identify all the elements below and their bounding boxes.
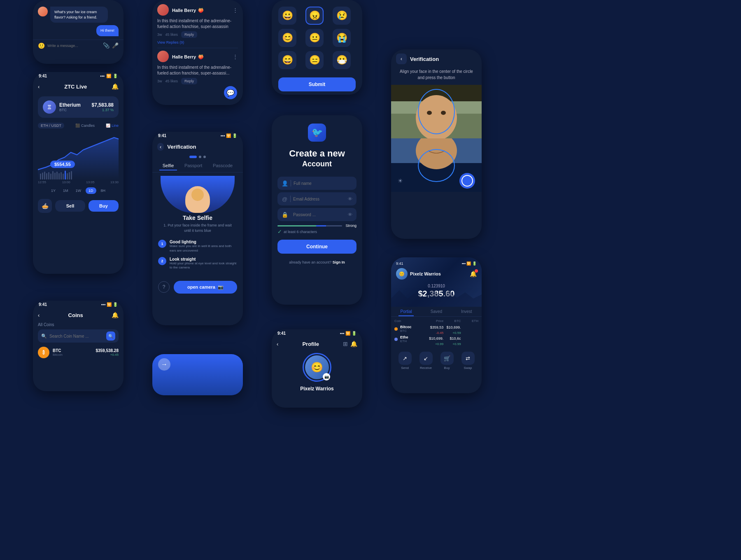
action-send[interactable]: ↗ Send xyxy=(398,352,412,370)
svg-rect-2 xyxy=(42,173,43,180)
view-replies-link[interactable]: View Replies (9) xyxy=(157,40,184,44)
email-field: @ 👁 xyxy=(277,192,357,205)
wallet-avatar: 😊 xyxy=(396,268,408,280)
btc-dot xyxy=(394,327,398,331)
svg-rect-3 xyxy=(44,172,45,180)
emoji-item-0[interactable]: 😀 xyxy=(278,7,296,25)
emoji-grid: 😀 😠 😢 😊 😐 😭 😄 😑 😷 xyxy=(272,0,362,76)
tab-saved[interactable]: Saved xyxy=(421,307,451,316)
eye-icon-2[interactable]: 👁 xyxy=(348,212,352,217)
back-icon[interactable]: ‹ xyxy=(157,143,164,151)
status-bar: 9:41 ▪▪▪ 🛜 🔋 xyxy=(33,301,124,308)
action-buttons: 🥧 Sell Buy xyxy=(33,196,124,215)
time-1w[interactable]: 1W xyxy=(73,187,84,194)
strength-label: Strong xyxy=(345,224,357,228)
bell-icon[interactable]: 🔔 xyxy=(112,312,119,318)
candles-icon[interactable]: ⬛ Candles xyxy=(75,124,95,128)
price-col: Price $359,53 -0.45 $10,699. +0.99 xyxy=(428,318,443,346)
chart-pair[interactable]: ETH / USDT xyxy=(38,123,64,128)
time-filters: 1Y 1M 1W 1D 8H xyxy=(33,185,124,196)
tab-portial[interactable]: Portial xyxy=(391,307,421,316)
time-1d[interactable]: 1D xyxy=(86,187,96,194)
eth-symbol: BTC xyxy=(59,108,89,112)
chart-tabs: ETH / USDT ⬛ Candles 📈 Line xyxy=(33,121,124,130)
line-icon[interactable]: 📈 Line xyxy=(106,124,119,128)
sell-button[interactable]: Sell xyxy=(55,200,85,212)
eye-icon[interactable]: 👁 xyxy=(348,196,352,201)
capture-button[interactable] xyxy=(459,173,475,189)
comment-user-2: Halle Berry 🍑 ⋮ xyxy=(157,51,238,62)
dot-2 xyxy=(199,156,201,158)
wallet-screen: 9:41 ▪▪▪ 🛜 🔋 😊 Pixelz Warrios 🔔 0.123910… xyxy=(391,257,482,393)
back-icon[interactable]: ‹ xyxy=(38,312,40,318)
full-name-input[interactable] xyxy=(294,181,352,186)
grid-icon[interactable]: ⊞ xyxy=(343,341,348,347)
more-icon[interactable]: ⋮ xyxy=(233,7,238,13)
field-divider-2 xyxy=(290,196,291,202)
emoji-item-4[interactable]: 😐 xyxy=(305,29,324,47)
chat-input[interactable] xyxy=(47,44,100,48)
wallet-time: 9:41 xyxy=(396,261,403,266)
emoji-item-2[interactable]: 😢 xyxy=(333,7,351,25)
comment-meta: 3w 45 likes Reply xyxy=(157,31,238,38)
wallet-user: 😊 Pixelz Warrios xyxy=(396,268,441,280)
send-icon: ↗ xyxy=(398,352,412,365)
time-1y[interactable]: 1Y xyxy=(48,187,58,194)
avatar-2 xyxy=(157,51,169,62)
more-icon-2[interactable]: ⋮ xyxy=(233,54,238,60)
reply-button-2[interactable]: Reply xyxy=(181,78,197,84)
action-buy[interactable]: 🛒 Buy xyxy=(440,352,454,370)
reply-button[interactable]: Reply xyxy=(181,31,197,38)
tab-passcode[interactable]: Passcode xyxy=(210,161,236,170)
continue-button[interactable]: Continue xyxy=(277,240,357,254)
tab-invest[interactable]: Invest xyxy=(452,307,482,316)
pie-icon[interactable]: 🥧 xyxy=(38,199,52,213)
time-1m[interactable]: 1M xyxy=(60,187,71,194)
tip-1: 1 Good lighting Make sure you are in wel… xyxy=(158,240,237,253)
help-button[interactable]: ? xyxy=(158,281,170,293)
notification-bell[interactable]: 🔔 xyxy=(470,271,477,277)
search-submit-icon[interactable]: 🔍 xyxy=(106,331,115,341)
password-input[interactable] xyxy=(293,212,345,217)
take-selfie-title: Take Selfie xyxy=(152,213,243,223)
emoji-item-5[interactable]: 😭 xyxy=(333,29,351,47)
coin-fullname: Bitcoin xyxy=(53,353,92,357)
bell-icon[interactable]: 🔔 xyxy=(350,341,357,347)
tab-selfie[interactable]: Selfie xyxy=(159,161,177,170)
sign-in-link[interactable]: Sign In xyxy=(333,260,345,264)
tab-passport[interactable]: Passport xyxy=(181,161,205,170)
meta-time-2: 3w xyxy=(157,79,162,83)
divider xyxy=(157,48,238,48)
bell-icon[interactable]: 🔔 xyxy=(112,83,119,90)
comment-text-2: In this third installment of the adrenal… xyxy=(157,65,238,76)
svg-rect-16 xyxy=(71,171,72,180)
svg-marker-0 xyxy=(38,138,119,180)
search-input[interactable] xyxy=(49,334,104,338)
back-icon[interactable]: ‹ xyxy=(38,84,40,90)
brightness-icon[interactable]: ☀ xyxy=(398,177,403,184)
emoji-item-6[interactable]: 😄 xyxy=(278,51,296,69)
emoji-item-8[interactable]: 😷 xyxy=(333,51,351,69)
field-divider xyxy=(291,180,291,187)
wallet-title: ZTC Live xyxy=(64,84,87,90)
action-receive[interactable]: ↙ Receive xyxy=(419,352,433,370)
mic-icon[interactable]: 🎤 xyxy=(112,42,119,49)
svg-rect-14 xyxy=(67,173,68,180)
back-button[interactable]: ‹ xyxy=(396,54,407,64)
emoji-item-1[interactable]: 😠 xyxy=(305,7,324,25)
time-8h[interactable]: 8H xyxy=(98,187,109,194)
submit-button[interactable]: Submit xyxy=(278,77,356,91)
attach-icon[interactable]: 📎 xyxy=(103,42,110,49)
email-input[interactable] xyxy=(293,197,345,201)
camera-icon[interactable]: 📷 xyxy=(323,373,330,380)
open-camera-button[interactable]: open camera 📷 xyxy=(174,281,237,294)
fab-button[interactable]: 💬 xyxy=(224,86,237,99)
emoji-item-7[interactable]: 😑 xyxy=(305,51,324,69)
btc-chg-0: +0.59 xyxy=(445,331,461,335)
action-swap[interactable]: ⇄ Swap xyxy=(461,352,475,370)
person-icon: 👤 xyxy=(282,180,288,187)
footer-text: already have an account? xyxy=(289,260,331,264)
emoji-item-3[interactable]: 😊 xyxy=(278,29,296,47)
buy-button[interactable]: Buy xyxy=(89,200,119,212)
back-icon[interactable]: ‹ xyxy=(277,341,278,347)
